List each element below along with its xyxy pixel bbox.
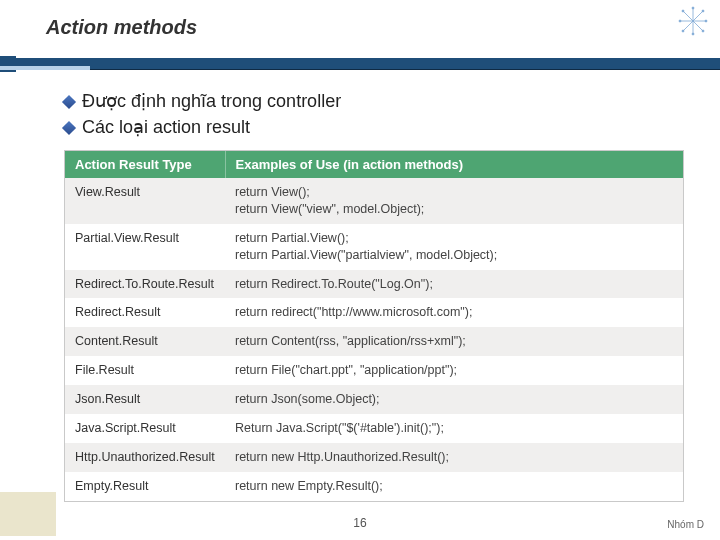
cell-type: View.Result	[65, 178, 225, 224]
cell-example: return new Empty.Result();	[225, 472, 683, 501]
bullet-text: Các loại action result	[82, 116, 250, 138]
cell-type: Java.Script.Result	[65, 414, 225, 443]
table-row: Partial.View.Resultreturn Partial.View()…	[65, 224, 683, 270]
table-row: File.Resultreturn File("chart.ppt", "app…	[65, 356, 683, 385]
table-row: Redirect.To.Route.Resultreturn Redirect.…	[65, 270, 683, 299]
cell-type: Redirect.Result	[65, 298, 225, 327]
cell-example: return new Http.Unauthorized.Result();	[225, 443, 683, 472]
table-header-type: Action Result Type	[65, 151, 225, 178]
table-header-example: Examples of Use (in action methods)	[225, 151, 683, 178]
page-title: Action methods	[46, 16, 720, 39]
svg-point-9	[702, 30, 704, 32]
cell-type: Empty.Result	[65, 472, 225, 501]
cell-example: return Redirect.To.Route("Log.On");	[225, 270, 683, 299]
table-header-row: Action Result Type Examples of Use (in a…	[65, 151, 683, 178]
bullet-text: Được định nghĩa trong controller	[82, 90, 341, 112]
page-number: 16	[353, 516, 366, 530]
cell-type: Redirect.To.Route.Result	[65, 270, 225, 299]
cell-type: Content.Result	[65, 327, 225, 356]
asterisk-icon	[678, 6, 708, 36]
table-row: View.Resultreturn View(); return View("v…	[65, 178, 683, 224]
table-row: Java.Script.ResultReturn Java.Script("$(…	[65, 414, 683, 443]
bullet-item: Được định nghĩa trong controller	[64, 90, 684, 112]
cell-example: return View(); return View("view", model…	[225, 178, 683, 224]
svg-point-8	[682, 10, 684, 12]
cell-example: Return Java.Script("$('#table').init();"…	[225, 414, 683, 443]
svg-point-7	[705, 20, 707, 22]
cell-example: return redirect("http://www.microsoft.co…	[225, 298, 683, 327]
action-result-table: Action Result Type Examples of Use (in a…	[64, 150, 684, 502]
cell-example: return File("chart.ppt", "application/pp…	[225, 356, 683, 385]
diamond-bullet-icon	[62, 121, 76, 135]
cell-example: return Json(some.Object);	[225, 385, 683, 414]
author-label: Nhóm D	[667, 519, 704, 530]
svg-point-6	[679, 20, 681, 22]
bullet-item: Các loại action result	[64, 116, 684, 138]
table-row: Empty.Resultreturn new Empty.Result();	[65, 472, 683, 501]
cell-example: return Partial.View(); return Partial.Vi…	[225, 224, 683, 270]
table-row: Redirect.Resultreturn redirect("http://w…	[65, 298, 683, 327]
footer-accent-square	[0, 492, 56, 536]
content-area: Được định nghĩa trong controller Các loạ…	[0, 72, 720, 138]
cell-type: Json.Result	[65, 385, 225, 414]
svg-point-5	[692, 33, 694, 35]
slide-footer: 16 Nhóm D	[0, 516, 720, 536]
table-row: Http.Unauthorized.Resultreturn new Http.…	[65, 443, 683, 472]
diamond-bullet-icon	[62, 95, 76, 109]
svg-point-10	[702, 10, 704, 12]
cell-type: Http.Unauthorized.Result	[65, 443, 225, 472]
cell-type: Partial.View.Result	[65, 224, 225, 270]
header-bar	[0, 58, 720, 70]
svg-point-11	[682, 30, 684, 32]
cell-example: return Content(rss, "application/rss+xml…	[225, 327, 683, 356]
table-row: Content.Resultreturn Content(rss, "appli…	[65, 327, 683, 356]
svg-point-4	[692, 7, 694, 9]
table-row: Json.Resultreturn Json(some.Object);	[65, 385, 683, 414]
cell-type: File.Result	[65, 356, 225, 385]
